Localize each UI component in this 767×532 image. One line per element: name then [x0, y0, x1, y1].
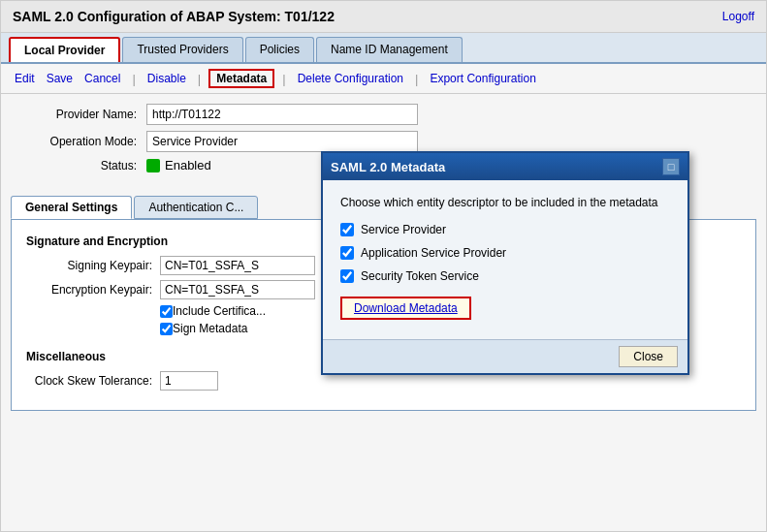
logoff-link[interactable]: Logoff — [722, 10, 754, 23]
operation-mode-input[interactable] — [146, 131, 418, 152]
checkbox-app-service-provider[interactable] — [340, 246, 354, 260]
delete-config-button[interactable]: Delete Configuration — [294, 71, 407, 86]
modal-close-button[interactable]: Close — [619, 346, 678, 367]
tab-local-provider[interactable]: Local Provider — [9, 37, 120, 62]
page-title: SAML 2.0 Configuration of ABAP System: T… — [13, 9, 335, 24]
main-container: SAML 2.0 Configuration of ABAP System: T… — [0, 0, 767, 532]
signing-label: Signing Keypair: — [26, 259, 152, 272]
provider-name-label: Provider Name: — [20, 108, 137, 121]
status-text: Enabled — [165, 158, 211, 172]
checkbox-service-provider-label: Service Provider — [361, 223, 446, 236]
signing-input[interactable] — [160, 256, 315, 275]
separator-1: | — [132, 72, 135, 86]
encryption-input[interactable] — [160, 280, 315, 299]
title-bar: SAML 2.0 Configuration of ABAP System: T… — [1, 1, 766, 33]
sign-metadata-label: Sign Metadata — [173, 322, 247, 335]
checkbox-security-token-service-row: Security Token Service — [340, 269, 670, 283]
provider-name-input[interactable] — [146, 104, 418, 125]
cancel-button[interactable]: Cancel — [80, 71, 124, 86]
modal-title: SAML 2.0 Metadata — [331, 160, 445, 174]
metadata-button[interactable]: Metadata — [208, 69, 274, 88]
tab-trusted-providers[interactable]: Trusted Providers — [122, 37, 242, 62]
include-cert-label: Include Certifica... — [173, 304, 266, 318]
export-config-button[interactable]: Export Configuration — [426, 71, 539, 86]
clock-label: Clock Skew Tolerance: — [26, 374, 152, 388]
status-green-dot — [146, 159, 160, 172]
download-metadata-button[interactable]: Download Metadata — [340, 297, 471, 320]
modal-description: Choose which entity descriptor to be inc… — [340, 196, 670, 209]
sign-metadata-checkbox[interactable] — [160, 323, 173, 335]
separator-4: | — [415, 72, 418, 86]
tab-general-settings[interactable]: General Settings — [11, 196, 132, 219]
checkbox-app-service-provider-label: Application Service Provider — [361, 246, 506, 260]
include-cert-checkbox[interactable] — [160, 305, 173, 318]
disable-button[interactable]: Disable — [144, 71, 190, 86]
operation-mode-label: Operation Mode: — [20, 135, 137, 148]
checkbox-security-token-service[interactable] — [340, 269, 354, 283]
edit-button[interactable]: Edit — [11, 71, 39, 86]
status-label: Status: — [20, 159, 137, 172]
provider-name-row: Provider Name: — [20, 104, 747, 125]
modal-header: SAML 2.0 Metadata □ — [323, 153, 687, 180]
modal-close-icon-btn[interactable]: □ — [662, 158, 680, 175]
checkbox-service-provider[interactable] — [340, 223, 354, 236]
checkbox-service-provider-row: Service Provider — [340, 223, 670, 236]
checkbox-security-token-service-label: Security Token Service — [361, 269, 479, 283]
toolbar: Edit Save Cancel | Disable | Metadata | … — [1, 64, 766, 94]
checkbox-app-service-provider-row: Application Service Provider — [340, 246, 670, 260]
status-indicator: Enabled — [146, 158, 211, 172]
modal-saml-metadata: SAML 2.0 Metadata □ Choose which entity … — [321, 151, 689, 375]
tab-policies[interactable]: Policies — [245, 37, 314, 62]
modal-footer: Close — [323, 339, 687, 373]
operation-mode-row: Operation Mode: — [20, 131, 747, 152]
separator-3: | — [282, 72, 285, 86]
clock-input[interactable] — [160, 371, 218, 391]
modal-body: Choose which entity descriptor to be inc… — [323, 180, 687, 339]
save-button[interactable]: Save — [43, 71, 77, 86]
separator-2: | — [198, 72, 201, 86]
tab-bar: Local Provider Trusted Providers Policie… — [1, 33, 766, 64]
encryption-label: Encryption Keypair: — [26, 283, 152, 297]
tab-authentication-c[interactable]: Authentication C... — [134, 196, 258, 219]
tab-name-id-management[interactable]: Name ID Management — [316, 37, 463, 62]
